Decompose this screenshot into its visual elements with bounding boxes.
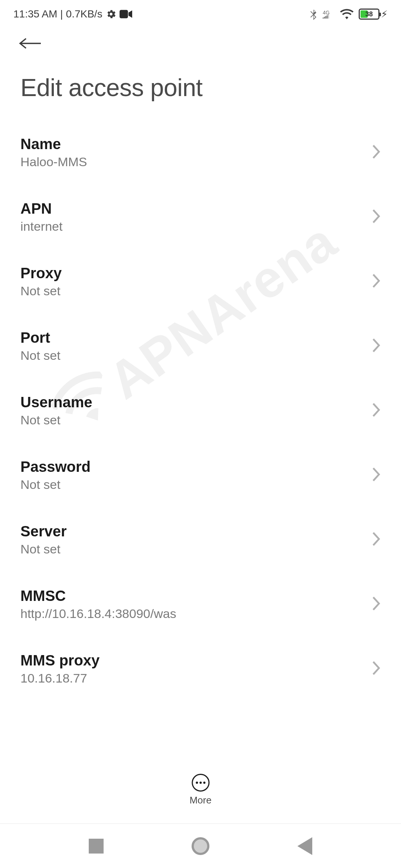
chevron-right-icon — [372, 467, 381, 483]
setting-value: Not set — [20, 477, 91, 492]
setting-port[interactable]: Port Not set — [20, 314, 381, 378]
setting-value: Haloo-MMS — [20, 155, 87, 169]
video-icon — [120, 10, 132, 19]
setting-value: http://10.16.18.4:38090/was — [20, 606, 176, 621]
nav-home-button[interactable] — [192, 837, 209, 855]
setting-label: Proxy — [20, 265, 62, 282]
chevron-right-icon — [372, 144, 381, 161]
chevron-right-icon — [372, 209, 381, 225]
setting-label: MMS proxy — [20, 652, 100, 669]
setting-value: Not set — [20, 542, 67, 556]
svg-rect-3 — [326, 16, 327, 19]
setting-label: Port — [20, 329, 61, 346]
setting-username[interactable]: Username Not set — [20, 378, 381, 443]
chevron-right-icon — [372, 532, 381, 548]
more-button[interactable]: More — [78, 767, 323, 811]
status-speed: 0.7KB/s — [66, 8, 102, 20]
status-left: 11:35 AM | 0.7KB/s — [13, 8, 132, 20]
status-time: 11:35 AM — [13, 8, 57, 20]
setting-label: Password — [20, 458, 91, 475]
gear-icon — [105, 9, 117, 20]
setting-mmsc[interactable]: MMSC http://10.16.18.4:38090/was — [20, 572, 381, 637]
svg-rect-4 — [327, 15, 328, 19]
svg-rect-0 — [120, 10, 128, 19]
setting-label: Username — [20, 394, 92, 411]
svg-rect-1 — [323, 17, 324, 19]
svg-rect-2 — [324, 17, 325, 19]
setting-label: Server — [20, 523, 67, 540]
more-icon — [192, 774, 209, 792]
setting-proxy[interactable]: Proxy Not set — [20, 249, 381, 314]
setting-server[interactable]: Server Not set — [20, 507, 381, 572]
svg-rect-5 — [328, 14, 329, 19]
nav-recents-button[interactable] — [89, 839, 104, 854]
charging-icon: ⚡︎ — [381, 9, 388, 20]
settings-list: Name Haloo-MMS APN internet Proxy Not se… — [0, 120, 401, 701]
setting-value: Not set — [20, 284, 62, 298]
setting-apn[interactable]: APN internet — [20, 185, 381, 249]
back-button[interactable] — [19, 45, 42, 52]
bluetooth-icon — [309, 8, 317, 20]
setting-password[interactable]: Password Not set — [20, 443, 381, 507]
setting-name[interactable]: Name Haloo-MMS — [20, 120, 381, 185]
setting-value: Not set — [20, 413, 92, 427]
setting-label: MMSC — [20, 588, 176, 604]
setting-label: Name — [20, 136, 87, 152]
header-nav — [0, 26, 401, 59]
chevron-right-icon — [372, 661, 381, 677]
nav-back-button[interactable] — [297, 837, 312, 855]
setting-value: Not set — [20, 348, 61, 363]
chevron-right-icon — [372, 273, 381, 290]
signal-4g-icon: 4G — [323, 10, 330, 19]
chevron-right-icon — [372, 596, 381, 612]
chevron-right-icon — [372, 402, 381, 419]
page-title: Edit access point — [0, 59, 401, 120]
chevron-right-icon — [372, 338, 381, 354]
setting-label: APN — [20, 200, 62, 217]
setting-mms-proxy[interactable]: MMS proxy 10.16.18.77 — [20, 637, 381, 701]
status-right: 4G 38 ⚡︎ — [309, 8, 388, 20]
setting-value: 10.16.18.77 — [20, 671, 100, 685]
battery-indicator: 38 ⚡︎ — [359, 9, 388, 20]
status-bar: 11:35 AM | 0.7KB/s 4G — [0, 0, 401, 26]
setting-value: internet — [20, 219, 62, 234]
wifi-icon — [340, 9, 353, 19]
more-label: More — [189, 795, 211, 806]
nav-bar — [0, 823, 401, 868]
